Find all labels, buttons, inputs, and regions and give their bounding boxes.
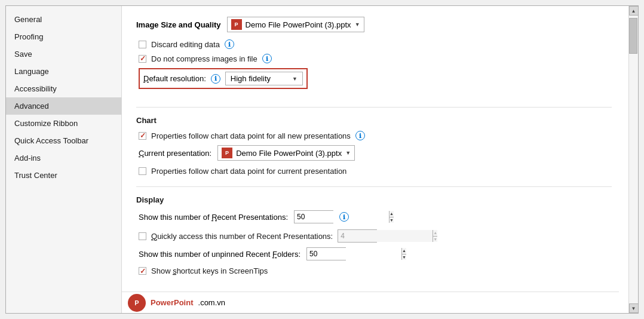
shortcut-keys-checkmark: ✓ xyxy=(140,268,146,275)
quick-access-spinbox[interactable]: ▲ ▼ xyxy=(338,229,377,243)
logo-text: P xyxy=(134,299,139,306)
sidebar-item-advanced[interactable]: Advanced xyxy=(6,97,121,115)
recent-presentations-info-icon[interactable]: ℹ xyxy=(339,212,349,222)
image-file-label: Demo File PowerPoint (3).pptx xyxy=(246,20,351,29)
scroll-up-icon: ▲ xyxy=(631,8,636,14)
shortcut-keys-checkbox[interactable]: ✓ xyxy=(139,267,146,275)
props-all-checkbox[interactable]: ✓ xyxy=(139,132,146,140)
image-file-dropdown-arrow: ▼ xyxy=(355,22,360,27)
shortcut-keys-label: Show shortcut keys in ScreenTips xyxy=(151,266,268,275)
recent-presentations-label: Show this number of Recent Presentations… xyxy=(139,213,288,222)
unpinned-folders-label: Show this number of unpinned Recent Fold… xyxy=(139,250,300,259)
dialog-container: General Proofing Save Language Accessibi… xyxy=(5,5,639,314)
recent-presentations-arrows: ▲ ▼ xyxy=(389,211,394,223)
display-section: Display Show this number of Recent Prese… xyxy=(136,195,612,275)
sidebar-item-proofing[interactable]: Proofing xyxy=(6,28,121,45)
recent-presentations-up[interactable]: ▲ xyxy=(390,211,394,217)
powerpoint-logo: P xyxy=(128,294,146,312)
unpinned-folders-row: Show this number of unpinned Recent Fold… xyxy=(136,247,612,260)
current-presentation-row: Current presentation: P Demo File PowerP… xyxy=(136,145,612,161)
chart-section: Chart ✓ Properties follow chart data poi… xyxy=(136,116,612,176)
props-all-info-icon[interactable]: ℹ xyxy=(355,131,365,140)
no-compress-row: ✓ Do not compress images in file ℹ xyxy=(136,54,612,63)
shortcut-keys-row: ✓ Show shortcut keys in ScreenTips xyxy=(136,266,612,275)
resolution-info-icon[interactable]: ℹ xyxy=(211,74,220,84)
bottom-bar: P PowerPoint .com.vn xyxy=(122,292,619,313)
no-compress-info-icon[interactable]: ℹ xyxy=(262,54,272,63)
scroll-up-button[interactable]: ▲ xyxy=(629,6,639,16)
quick-access-arrows: ▲ ▼ xyxy=(433,230,437,242)
current-file-dropdown-arrow: ▼ xyxy=(345,150,351,156)
quick-access-input[interactable] xyxy=(338,230,433,242)
unpinned-folders-arrows: ▲ ▼ xyxy=(401,248,406,260)
discard-editing-row: Discard editing data ℹ xyxy=(136,39,612,49)
image-size-label: Image Size and Quality xyxy=(136,20,221,29)
resolution-dropdown-arrow: ▼ xyxy=(292,76,298,82)
resolution-value: High fidelity xyxy=(231,74,271,83)
props-current-row: Properties follow chart data point for c… xyxy=(136,167,612,176)
recent-presentations-row: Show this number of Recent Presentations… xyxy=(136,210,612,223)
props-current-label: Properties follow chart data point for c… xyxy=(151,167,346,176)
scrollbar-thumb[interactable] xyxy=(629,18,637,54)
sidebar-item-save[interactable]: Save xyxy=(6,45,121,63)
quick-access-label: Quickly access this number of Recent Pre… xyxy=(151,232,333,241)
sidebar-item-trust-center[interactable]: Trust Center xyxy=(6,167,121,184)
props-all-checkmark: ✓ xyxy=(140,132,146,139)
sidebar-item-quick-access-toolbar[interactable]: Quick Access Toolbar xyxy=(6,132,121,149)
current-file-label: Demo File PowerPoint (3).pptx xyxy=(236,149,342,158)
discard-editing-label: Discard editing data xyxy=(151,40,220,49)
discard-editing-checkbox[interactable] xyxy=(139,41,146,48)
scroll-down-icon: ▼ xyxy=(631,306,636,311)
recent-presentations-spinbox[interactable]: 50 ▲ ▼ xyxy=(294,210,333,223)
no-compress-label: Do not compress images in file xyxy=(151,54,257,63)
sidebar: General Proofing Save Language Accessibi… xyxy=(6,6,122,313)
resolution-row: Default resolution: ℹ High fidelity ▼ xyxy=(139,68,308,89)
sidebar-item-customize-ribbon[interactable]: Customize Ribbon xyxy=(6,115,121,132)
quick-access-row: Quickly access this number of Recent Pre… xyxy=(136,229,612,243)
unpinned-folders-up[interactable]: ▲ xyxy=(402,248,406,254)
display-section-header: Display xyxy=(136,195,612,204)
sidebar-item-general[interactable]: General xyxy=(6,11,121,28)
current-file-icon: P xyxy=(222,148,232,158)
sidebar-item-add-ins[interactable]: Add-ins xyxy=(6,149,121,167)
unpinned-folders-down[interactable]: ▼ xyxy=(402,254,406,260)
powerpoint-file-icon: P xyxy=(231,19,242,30)
props-all-row: ✓ Properties follow chart data point for… xyxy=(136,131,612,140)
image-section: Image Size and Quality P Demo File Power… xyxy=(136,17,612,96)
resolution-label: Default resolution: xyxy=(143,74,206,83)
sidebar-item-language[interactable]: Language xyxy=(6,63,121,80)
section-separator-chart xyxy=(136,107,612,108)
quick-access-down[interactable]: ▼ xyxy=(433,237,437,243)
discard-info-icon[interactable]: ℹ xyxy=(225,39,234,49)
props-all-label: Properties follow chart data point for a… xyxy=(151,131,351,140)
recent-presentations-down[interactable]: ▼ xyxy=(390,217,394,223)
current-file-dropdown[interactable]: P Demo File PowerPoint (3).pptx ▼ xyxy=(217,145,355,161)
scrollbar: ▲ ▼ xyxy=(628,6,638,313)
image-file-dropdown[interactable]: P Demo File PowerPoint (3).pptx ▼ xyxy=(227,17,364,32)
scrollbar-track[interactable] xyxy=(629,16,638,303)
quick-access-checkbox[interactable] xyxy=(139,232,146,240)
image-size-row: Image Size and Quality P Demo File Power… xyxy=(136,17,612,32)
scroll-down-button[interactable]: ▼ xyxy=(629,303,639,313)
quick-access-up[interactable]: ▲ xyxy=(433,230,437,237)
chart-section-header: Chart xyxy=(136,116,612,125)
no-compress-checkmark: ✓ xyxy=(140,55,146,62)
props-current-checkbox[interactable] xyxy=(139,167,146,175)
brand-name: PowerPoint xyxy=(151,298,194,307)
resolution-dropdown[interactable]: High fidelity ▼ xyxy=(225,72,303,85)
sidebar-item-accessibility[interactable]: Accessibility xyxy=(6,80,121,97)
no-compress-checkbox[interactable]: ✓ xyxy=(139,55,146,63)
main-content: Image Size and Quality P Demo File Power… xyxy=(122,6,628,313)
section-separator-display xyxy=(136,186,612,187)
brand-domain: .com.vn xyxy=(198,298,226,307)
unpinned-folders-input[interactable]: 50 xyxy=(307,248,401,260)
unpinned-folders-spinbox[interactable]: 50 ▲ ▼ xyxy=(306,247,346,260)
current-presentation-label: Current presentation: xyxy=(139,149,211,158)
